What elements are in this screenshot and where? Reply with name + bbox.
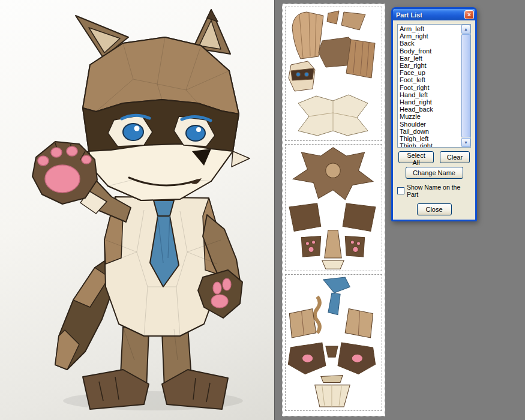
pattern-pieces-head bbox=[286, 7, 382, 140]
scrollbar[interactable]: ▲ ▼ bbox=[461, 25, 470, 147]
list-item[interactable]: Muzzle bbox=[398, 113, 461, 120]
list-item[interactable]: Body_front bbox=[398, 47, 461, 55]
list-item[interactable]: Ear_right bbox=[398, 62, 461, 69]
part-list-dialog: Part List × Arm_leftArm_rightBackBody_fr… bbox=[391, 7, 477, 221]
list-item[interactable]: Foot_left bbox=[398, 76, 461, 83]
raccoon-model-image bbox=[0, 0, 275, 420]
pepakura-app-window: Part List × Arm_leftArm_rightBackBody_fr… bbox=[0, 0, 525, 420]
select-all-button[interactable]: Select All bbox=[398, 151, 434, 163]
list-item[interactable]: Back bbox=[398, 40, 461, 47]
pattern-page[interactable] bbox=[282, 4, 385, 416]
pattern-group-body[interactable] bbox=[285, 144, 382, 271]
list-item[interactable]: Tail_down bbox=[398, 128, 461, 135]
clear-button[interactable]: Clear bbox=[440, 151, 470, 163]
pattern-view-pane[interactable] bbox=[275, 0, 393, 420]
list-item[interactable]: Thigh_left bbox=[398, 135, 461, 142]
dialog-body: Arm_leftArm_rightBackBody_frontEar_leftE… bbox=[393, 20, 475, 220]
close-button[interactable]: Close bbox=[417, 203, 452, 215]
dialog-title: Part List bbox=[396, 11, 464, 19]
list-item[interactable]: Ear_left bbox=[398, 55, 461, 62]
list-item[interactable]: Thigh_right bbox=[398, 142, 461, 147]
part-list[interactable]: Arm_leftArm_rightBackBody_frontEar_leftE… bbox=[397, 24, 471, 148]
scroll-down-icon[interactable]: ▼ bbox=[461, 138, 470, 147]
pattern-group-limbs[interactable] bbox=[285, 274, 382, 411]
pattern-pieces-limbs bbox=[286, 275, 382, 410]
close-icon[interactable]: × bbox=[464, 10, 474, 19]
list-item[interactable]: Hand_left bbox=[398, 91, 461, 98]
checkbox-icon[interactable] bbox=[397, 187, 404, 194]
change-name-row: Change Name bbox=[397, 167, 471, 179]
checkbox-label: Show Name on the Part bbox=[407, 184, 471, 198]
pattern-pieces-body bbox=[286, 145, 382, 271]
select-clear-row: Select All Clear bbox=[397, 151, 471, 163]
pattern-group-head[interactable] bbox=[285, 7, 382, 141]
close-row: Close bbox=[397, 203, 471, 215]
list-item[interactable]: Arm_left bbox=[398, 25, 461, 32]
dialog-titlebar[interactable]: Part List × bbox=[393, 9, 475, 20]
list-item[interactable]: Head_back bbox=[398, 106, 461, 113]
list-item[interactable]: Face_up bbox=[398, 69, 461, 76]
list-item[interactable]: Hand_right bbox=[398, 98, 461, 106]
list-item[interactable]: Shoulder bbox=[398, 121, 461, 128]
change-name-button[interactable]: Change Name bbox=[406, 167, 463, 179]
model-view-pane[interactable] bbox=[0, 0, 275, 420]
show-name-checkbox-row[interactable]: Show Name on the Part bbox=[397, 184, 471, 198]
list-item[interactable]: Foot_right bbox=[398, 84, 461, 91]
scroll-up-icon[interactable]: ▲ bbox=[461, 25, 470, 34]
scroll-thumb[interactable] bbox=[461, 34, 470, 137]
list-item[interactable]: Arm_right bbox=[398, 32, 461, 40]
part-list-items: Arm_leftArm_rightBackBody_frontEar_leftE… bbox=[398, 25, 461, 147]
